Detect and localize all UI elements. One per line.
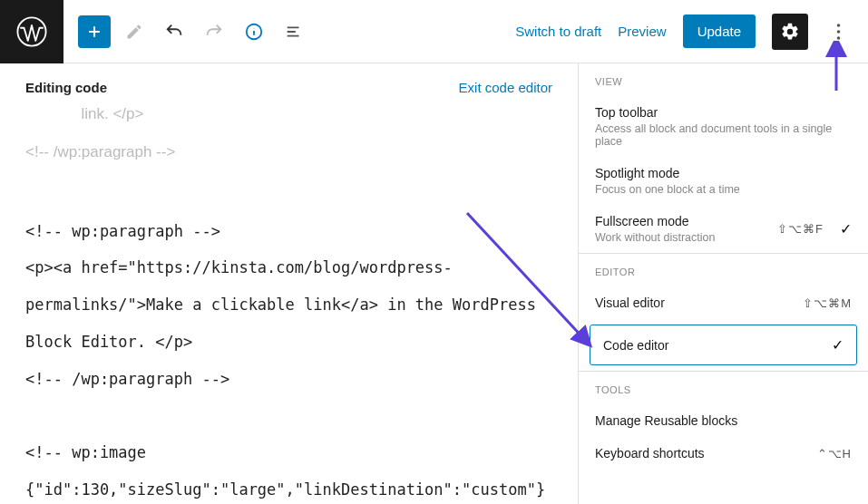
fullscreen-title: Fullscreen mode [595, 214, 715, 228]
visual-editor-shortcut: ⇧⌥⌘M [803, 296, 852, 310]
toolbar-right: Switch to draft Preview Update [515, 14, 868, 50]
info-button[interactable] [238, 15, 270, 48]
svg-point-3 [836, 30, 840, 34]
toolbar-left [63, 15, 325, 48]
visual-editor-title: Visual editor [595, 296, 665, 310]
exit-code-editor-button[interactable]: Exit code editor [459, 80, 552, 95]
edit-button[interactable] [118, 15, 151, 48]
svg-point-2 [836, 24, 840, 27]
svg-point-0 [17, 17, 45, 45]
code-editor-panel: link. </p> <!-- /wp:paragraph --> Editin… [0, 63, 578, 504]
editor-section-label: EDITOR [579, 253, 868, 286]
add-block-button[interactable] [78, 15, 111, 48]
preview-button[interactable]: Preview [618, 24, 666, 39]
manage-reusable-title: Manage Reusable blocks [595, 413, 737, 428]
wordpress-logo[interactable] [0, 0, 63, 63]
undo-button[interactable] [158, 15, 190, 48]
code-faded: link. </p> <!-- /wp:paragraph --> [25, 105, 175, 160]
view-section-label: VIEW [579, 63, 868, 96]
switch-to-draft-button[interactable]: Switch to draft [515, 24, 601, 39]
spotlight-option[interactable]: Spotlight mode Focus on one block at a t… [579, 157, 868, 205]
fullscreen-shortcut: ⇧⌥⌘F [777, 222, 824, 236]
check-icon: ✓ [840, 220, 852, 237]
visual-editor-option[interactable]: Visual editor ⇧⌥⌘M [579, 286, 868, 319]
update-button[interactable]: Update [683, 15, 756, 48]
top-toolbar-desc: Access all block and document tools in a… [595, 122, 852, 148]
main-area: link. </p> <!-- /wp:paragraph --> Editin… [0, 63, 868, 504]
keyboard-shortcuts-option[interactable]: Keyboard shortcuts ⌃⌥H [579, 437, 868, 470]
code-editor-option[interactable]: Code editor ✓ [590, 325, 857, 365]
fullscreen-desc: Work without distraction [595, 231, 715, 244]
more-options-button[interactable] [824, 14, 852, 50]
keyboard-shortcuts-title: Keyboard shortcuts [595, 446, 705, 460]
outline-button[interactable] [278, 15, 310, 48]
fullscreen-option[interactable]: Fullscreen mode Work without distraction… [579, 205, 868, 253]
keyboard-shortcuts-shortcut: ⌃⌥H [817, 447, 852, 460]
editing-code-label: Editing code [25, 80, 107, 95]
options-sidebar: VIEW Top toolbar Access all block and do… [578, 63, 868, 504]
redo-button[interactable] [198, 15, 230, 48]
top-toolbar-title: Top toolbar [595, 105, 852, 120]
spotlight-desc: Focus on one block at a time [595, 183, 852, 196]
top-toolbar-option[interactable]: Top toolbar Access all block and documen… [579, 96, 868, 157]
top-toolbar: Switch to draft Preview Update [0, 0, 868, 63]
code-editor-title: Code editor [603, 338, 668, 353]
svg-point-4 [836, 36, 840, 40]
tools-section-label: TOOLS [579, 371, 868, 404]
manage-reusable-option[interactable]: Manage Reusable blocks [579, 404, 868, 437]
settings-button[interactable] [772, 14, 808, 50]
check-icon: ✓ [832, 336, 844, 354]
spotlight-title: Spotlight mode [595, 166, 852, 180]
